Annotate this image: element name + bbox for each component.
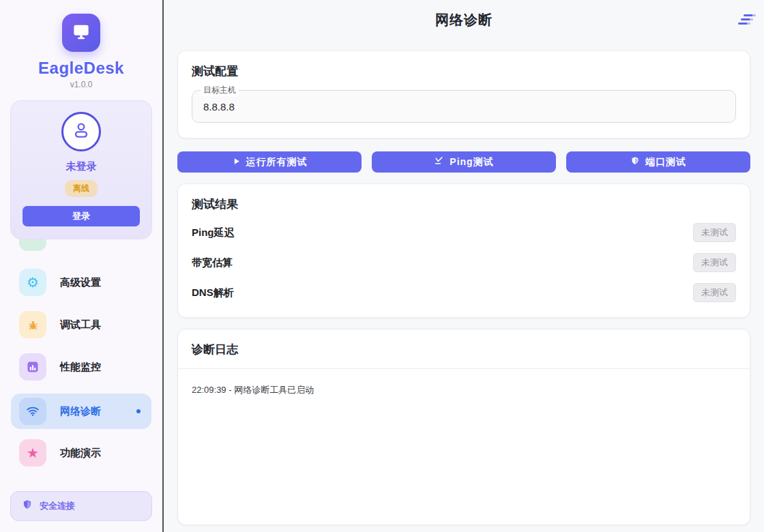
- diagnostic-log-card: 诊断日志 22:09:39 - 网络诊断工具已启动: [177, 329, 750, 525]
- port-test-label: 端口测试: [645, 156, 686, 168]
- login-button[interactable]: 登录: [23, 206, 140, 226]
- play-icon: [232, 157, 241, 168]
- app-window: EagleDesk v1.0.0 未登录 离线 登录 ⚙ 高级设置: [0, 0, 764, 532]
- status-badge: 未测试: [693, 223, 736, 242]
- sidebar: EagleDesk v1.0.0 未登录 离线 登录 ⚙ 高级设置: [0, 0, 164, 532]
- status-badge: 未测试: [693, 253, 736, 272]
- test-config-card: 测试配置 目标主机: [177, 50, 750, 138]
- diagnostic-log-body[interactable]: 22:09:39 - 网络诊断工具已启动: [178, 369, 750, 524]
- test-results-title: 测试结果: [192, 196, 736, 212]
- target-host-field: 目标主机: [192, 90, 736, 123]
- result-row-dns: DNS解析 未测试: [192, 283, 736, 302]
- teal-icon: [19, 239, 46, 251]
- diagnostic-log-header: 诊断日志: [178, 329, 750, 369]
- sidebar-item-network-diagnostics[interactable]: 网络诊断: [11, 394, 151, 429]
- gear-icon: ⚙: [19, 269, 46, 296]
- active-indicator-dot: [136, 409, 141, 413]
- sidebar-item-label: 性能监控: [60, 361, 101, 374]
- secure-connection-label: 安全连接: [40, 500, 75, 512]
- result-label: 带宽估算: [192, 256, 233, 269]
- sidebar-item-label: 高级设置: [60, 276, 101, 289]
- test-results-card: 测试结果 Ping延迟 未测试 带宽估算 未测试 DNS解析 未测试: [177, 183, 750, 318]
- user-card: 未登录 离线 登录: [10, 100, 152, 239]
- login-status-text: 未登录: [66, 160, 97, 173]
- shield-icon: [630, 156, 640, 168]
- status-badge: 未测试: [693, 283, 736, 302]
- ping-test-label: Ping测试: [450, 156, 493, 168]
- test-config-title: 测试配置: [192, 63, 736, 79]
- person-icon: [70, 119, 92, 144]
- sidebar-item-label: 网络诊断: [60, 405, 101, 418]
- run-all-tests-button[interactable]: 运行所有测试: [177, 151, 362, 173]
- log-entry: 22:09:39 - 网络诊断工具已启动: [192, 384, 736, 396]
- app-name: EagleDesk: [38, 59, 124, 78]
- sidebar-item-debug-tools[interactable]: 调试工具: [11, 309, 151, 340]
- staggered-menu-icon[interactable]: [738, 14, 756, 25]
- sidebar-item-clipped[interactable]: [11, 239, 151, 253]
- main-header: 网络诊断: [164, 0, 764, 40]
- secure-connection-status: 安全连接: [10, 491, 152, 521]
- port-test-button[interactable]: 端口测试: [566, 151, 750, 173]
- main-panel: 网络诊断 测试配置 目标主机 运行所有测试: [164, 0, 764, 532]
- presence-badge: 离线: [65, 180, 98, 197]
- bar-chart-icon: [19, 353, 46, 381]
- result-label: DNS解析: [192, 286, 234, 299]
- target-host-input[interactable]: [192, 90, 736, 123]
- app-logo: [62, 14, 100, 52]
- star-icon: ★: [19, 439, 46, 467]
- bug-icon: [19, 311, 46, 338]
- shield-icon: [22, 499, 33, 513]
- sidebar-item-feature-demo[interactable]: ★ 功能演示: [11, 437, 151, 469]
- result-row-ping: Ping延迟 未测试: [192, 223, 736, 242]
- main-content: 测试配置 目标主机 运行所有测试: [164, 40, 764, 525]
- action-buttons-row: 运行所有测试 Ping测试: [177, 151, 750, 173]
- ping-test-button[interactable]: Ping测试: [372, 151, 556, 173]
- sidebar-item-label: 功能演示: [60, 447, 101, 460]
- monitor-icon: [71, 21, 91, 44]
- sidebar-item-performance-monitor[interactable]: 性能监控: [11, 351, 151, 383]
- wifi-icon: [19, 398, 46, 425]
- avatar: [61, 112, 101, 151]
- sidebar-item-label: 调试工具: [60, 319, 101, 331]
- sidebar-item-advanced-settings[interactable]: ⚙ 高级设置: [11, 267, 151, 298]
- target-host-label: 目标主机: [201, 85, 239, 96]
- sidebar-menu: ⚙ 高级设置 调试工具: [0, 239, 162, 491]
- result-row-bandwidth: 带宽估算 未测试: [192, 253, 736, 272]
- result-label: Ping延迟: [192, 226, 235, 239]
- diagnostic-log-title: 诊断日志: [192, 342, 736, 357]
- network-check-icon: [434, 156, 444, 168]
- run-all-tests-label: 运行所有测试: [246, 156, 308, 168]
- page-title: 网络诊断: [435, 11, 493, 29]
- app-version: v1.0.0: [70, 80, 93, 89]
